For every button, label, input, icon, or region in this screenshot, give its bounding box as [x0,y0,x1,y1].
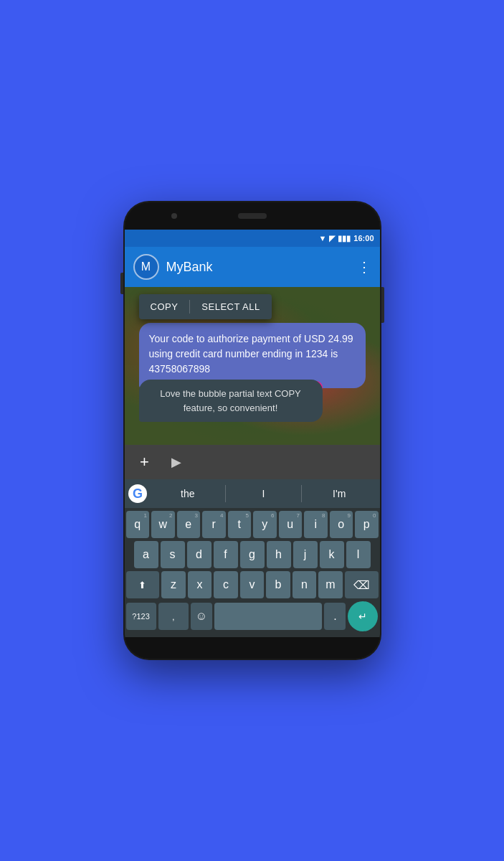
key-y[interactable]: 6y [253,511,277,538]
speaker [238,213,267,219]
key-u[interactable]: 7u [279,511,303,538]
key-a[interactable]: a [134,541,158,568]
app-header: M MyBank ⋮ [125,247,380,287]
gray-message-bubble: Love the bubble partial text COPY featur… [139,380,323,422]
key-m[interactable]: m [318,571,342,598]
svg-text:G: G [133,486,143,501]
chat-area: COPY SELECT ALL 5:40 Your code to author… [125,287,380,445]
key-n[interactable]: n [293,571,316,598]
phone-device: ▼ ◤ ▮▮▮ 16:00 M MyBank ⋮ [123,201,381,660]
context-menu: COPY SELECT ALL [139,294,272,319]
comma-key[interactable]: , [158,603,189,630]
suggestion-im[interactable]: I'm [302,484,377,504]
key-t[interactable]: 5t [228,511,252,538]
key-k[interactable]: k [320,541,344,568]
key-l[interactable]: l [346,541,371,568]
google-logo-icon: G [128,484,148,504]
send-button[interactable]: ▶ [163,449,189,475]
key-z[interactable]: z [161,571,185,598]
key-v[interactable]: v [240,571,264,598]
key-w[interactable]: 2w [151,511,175,538]
key-c[interactable]: c [214,571,237,598]
numbers-key[interactable]: ?123 [126,603,156,630]
key-g[interactable]: g [240,541,265,568]
select-all-button[interactable]: SELECT ALL [190,294,271,319]
key-row-4: ?123 , ☺ . ↵ [126,601,379,631]
app-avatar: M [133,254,159,280]
enter-key[interactable]: ↵ [348,601,378,631]
key-b[interactable]: b [266,571,290,598]
key-q[interactable]: 1q [126,511,150,538]
selected-message-bubble[interactable]: Your code to authorize payment of USD 24… [139,323,366,388]
key-row-1: 1q 2w 3e 4r 5t 6y 7u 8i 9o 0p [126,511,379,538]
key-p[interactable]: 0p [355,511,379,538]
bottom-bezel [125,637,380,659]
key-h[interactable]: h [267,541,291,568]
top-bezel [125,202,380,230]
status-bar: ▼ ◤ ▮▮▮ 16:00 [125,230,380,247]
key-j[interactable]: j [293,541,318,568]
key-row-2: a s d f g h j k l [126,541,379,568]
add-attachment-button[interactable]: + [132,449,158,475]
key-e[interactable]: 3e [177,511,201,538]
more-button[interactable]: ⋮ [357,258,371,276]
key-d[interactable]: d [187,541,211,568]
app-name: MyBank [166,260,213,275]
period-key[interactable]: . [324,603,346,630]
copy-button[interactable]: COPY [139,294,190,319]
keyboard-keys: 1q 2w 3e 4r 5t 6y 7u 8i 9o 0p a s [125,508,380,637]
backspace-key[interactable]: ⌫ [345,571,379,598]
key-i[interactable]: 8i [304,511,328,538]
wifi-icon: ▼ [318,234,326,243]
keyboard: G the I I'm 1q 2w 3e 4r 5t [125,479,380,637]
key-x[interactable]: x [188,571,211,598]
key-r[interactable]: 4r [202,511,226,538]
key-f[interactable]: f [214,541,238,568]
suggestion-the[interactable]: the [151,484,226,504]
time: 16:00 [353,234,374,243]
key-row-3: ⬆ z x c v b n m ⌫ [126,571,379,598]
key-o[interactable]: 9o [330,511,353,538]
battery-icon: ▮▮▮ [338,234,351,243]
shift-key[interactable]: ⬆ [126,571,160,598]
keyboard-suggestions: G the I I'm [125,479,380,508]
camera [171,213,177,219]
signal-icon: ◤ [329,234,335,243]
key-s[interactable]: s [161,541,185,568]
input-area: + ▶ [125,445,380,479]
suggestion-i[interactable]: I [226,484,301,504]
emoji-key[interactable]: ☺ [191,603,212,630]
space-key[interactable] [214,603,323,630]
